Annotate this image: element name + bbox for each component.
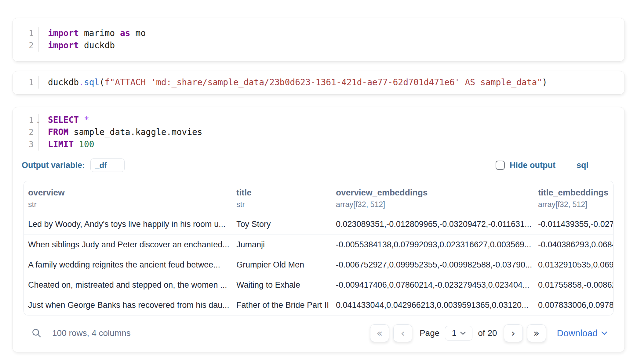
output-variable-input[interactable] [90, 158, 125, 172]
column-name: overview_embeddings [336, 188, 532, 198]
code-line[interactable]: FROM sample_data.kaggle.movies [39, 126, 202, 138]
table-cell: 0.041433044,0.042966213,0.0039591365,0.0… [332, 295, 534, 315]
sql-editor[interactable]: 1⌄SELECT *2FROM sample_data.kaggle.movie… [13, 114, 624, 151]
column-type: str [28, 200, 230, 209]
code-line[interactable]: import marimo as mo [39, 27, 146, 39]
table-cell: Just when George Banks has recovered fro… [24, 295, 232, 315]
table-cell: -0.011439355,-0.02752 [534, 214, 613, 235]
row-count-status: 100 rows, 4 columns [52, 328, 131, 338]
line-number: 3 [13, 138, 39, 151]
table-footer: 100 rows, 4 columns « ‹ Page 1 of 20 › »… [24, 323, 613, 343]
column-type: str [236, 200, 330, 209]
table-cell: Father of the Bride Part II [232, 295, 332, 315]
code-cell-attach[interactable]: 1duckdb.sql(f"ATTACH 'md:_share/sample_d… [12, 71, 625, 95]
table-header: overviewstrtitlestroverview_embeddingsar… [24, 181, 613, 214]
chevrons-right-icon: » [533, 328, 540, 338]
column-header-title[interactable]: titlestr [232, 181, 332, 214]
code-cell-imports[interactable]: 1import marimo as mo2import duckdb [12, 18, 625, 62]
page-select[interactable]: 1 [445, 326, 472, 340]
table-cell: 0.007833006,0.097801 [534, 295, 613, 315]
column-name: title [236, 188, 330, 198]
table-cell: -0.040386293,0.06845 [534, 235, 613, 255]
column-type: array[f32, 512] [538, 200, 611, 209]
line-number: 1 [13, 76, 39, 89]
code-line[interactable]: duckdb.sql(f"ATTACH 'md:_share/sample_da… [39, 76, 547, 89]
chevron-down-icon [601, 331, 607, 335]
table-row: Just when George Banks has recovered fro… [24, 295, 613, 315]
download-button[interactable]: Download [557, 328, 607, 338]
table-cell: -0.0055384138,0.07992093,0.023316627,0.0… [332, 235, 534, 255]
previous-page-button[interactable]: ‹ [393, 324, 412, 342]
page-label: Page [420, 328, 439, 338]
fold-chevron-icon[interactable]: ⌄ [36, 115, 40, 127]
result-table: overviewstrtitlestroverview_embeddingsar… [24, 181, 613, 315]
divider [566, 159, 566, 172]
code-editor[interactable]: 1duckdb.sql(f"ATTACH 'md:_share/sample_d… [13, 76, 624, 89]
column-header-title_embeddings[interactable]: title_embeddingsarray[f32, 512] [534, 181, 613, 214]
column-type: array[f32, 512] [336, 200, 532, 209]
table-cell: 0.0132910535,0.06958 [534, 255, 613, 275]
chevron-down-icon [460, 332, 466, 335]
line-number: 1⌄ [13, 114, 39, 126]
table-cell: -0.009417406,0.07860214,-0.023279453,0.0… [332, 275, 534, 295]
code-line[interactable]: import duckdb [39, 39, 115, 52]
page-select-value: 1 [452, 329, 457, 338]
hide-output-checkbox[interactable] [496, 161, 505, 170]
code-editor[interactable]: 1import marimo as mo2import duckdb [13, 27, 624, 52]
line-number: 1 [13, 27, 39, 39]
code-line[interactable]: SELECT * [39, 114, 89, 126]
next-page-button[interactable]: › [504, 324, 523, 342]
column-name: title_embeddings [538, 188, 611, 198]
output-variable-label: Output variable: [22, 161, 85, 170]
download-label: Download [557, 328, 598, 338]
column-header-overview[interactable]: overviewstr [24, 181, 232, 214]
hide-output-label: Hide output [510, 161, 555, 170]
search-button[interactable] [31, 328, 42, 338]
code-line[interactable]: LIMIT 100 [39, 138, 94, 151]
table-cell: 0.01755858,-0.0086286 [534, 275, 613, 295]
chevron-right-icon: › [511, 328, 515, 338]
table-cell: A family wedding reignites the ancient f… [24, 255, 232, 275]
table-row: Led by Woody, Andy's toys live happily i… [24, 214, 613, 235]
table-cell: Jumanji [232, 235, 332, 255]
sql-cell: 1⌄SELECT *2FROM sample_data.kaggle.movie… [12, 107, 625, 352]
table-cell: When siblings Judy and Peter discover an… [24, 235, 232, 255]
table-cell: Grumpier Old Men [232, 255, 332, 275]
chevrons-left-icon: « [377, 328, 383, 338]
table-cell: Toy Story [232, 214, 332, 235]
table-cell: Cheated on, mistreated and stepped on, t… [24, 275, 232, 295]
table-row: When siblings Judy and Peter discover an… [24, 235, 613, 255]
table-row: Cheated on, mistreated and stepped on, t… [24, 275, 613, 295]
table-cell: -0.006752927,0.099952355,-0.009982588,-0… [332, 255, 534, 275]
last-page-button[interactable]: » [527, 324, 546, 342]
column-name: overview [28, 188, 230, 198]
chevron-left-icon: ‹ [401, 328, 405, 338]
language-toggle-sql[interactable]: sql [577, 161, 588, 170]
table-cell: 0.023089351,-0.012809965,-0.03209472,-0.… [332, 214, 534, 235]
first-page-button[interactable]: « [370, 324, 389, 342]
search-icon [31, 328, 42, 338]
line-number: 2 [13, 126, 39, 138]
table-row: A family wedding reignites the ancient f… [24, 255, 613, 275]
output-variable-bar: Output variable: Hide output sql [13, 155, 624, 175]
column-header-overview_embeddings[interactable]: overview_embeddingsarray[f32, 512] [332, 181, 534, 214]
table-cell: Led by Woody, Andy's toys live happily i… [24, 214, 232, 235]
page-total-label: of 20 [478, 328, 497, 338]
table-cell: Waiting to Exhale [232, 275, 332, 295]
line-number: 2 [13, 39, 39, 52]
table-body: Led by Woody, Andy's toys live happily i… [24, 214, 613, 315]
